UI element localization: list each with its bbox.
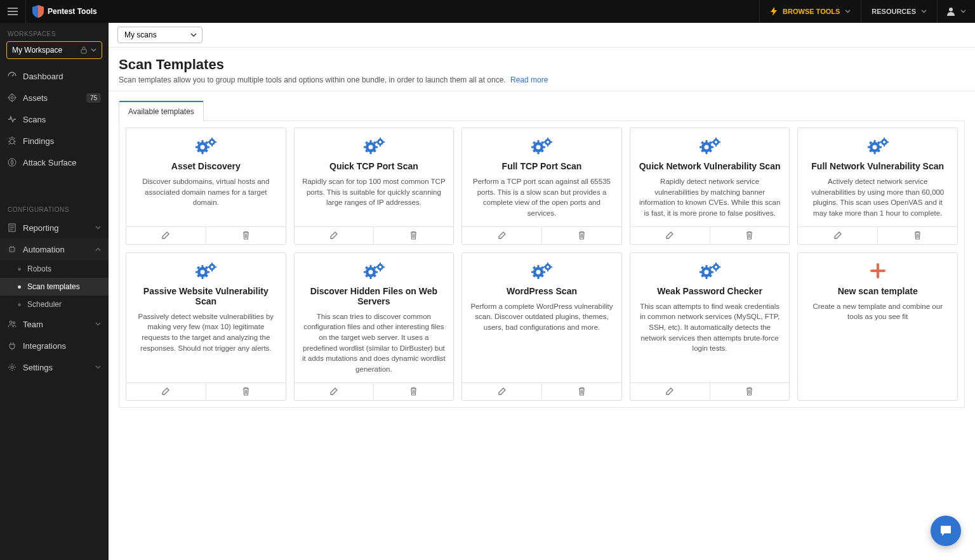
brand-logo[interactable]: Pentest Tools bbox=[26, 5, 97, 18]
sidebar-item-integrations[interactable]: Integrations bbox=[0, 335, 109, 356]
edit-template-button[interactable] bbox=[462, 227, 541, 244]
sidebar-item-label: Scans bbox=[23, 115, 46, 124]
svg-rect-106 bbox=[380, 270, 381, 271]
chat-button[interactable] bbox=[931, 516, 961, 546]
template-card[interactable]: Quick TCP Port ScanRapidly scan for top … bbox=[294, 127, 454, 245]
delete-template-button[interactable] bbox=[373, 227, 453, 244]
dot-icon bbox=[18, 268, 21, 271]
workspace-selector[interactable]: My Workspace bbox=[6, 41, 102, 59]
sidebar-subitem-robots[interactable]: Robots bbox=[0, 260, 109, 278]
template-card-actions bbox=[630, 226, 790, 244]
topbar: Pentest Tools BROWSE TOOLS RESOURCES bbox=[0, 0, 975, 23]
menu-toggle-button[interactable] bbox=[0, 0, 26, 23]
template-card[interactable]: WordPress ScanPerform a complete WordPre… bbox=[461, 252, 622, 401]
sidebar-item-reporting[interactable]: Reporting bbox=[0, 217, 109, 238]
delete-template-button[interactable] bbox=[710, 383, 790, 400]
sidebar-subitem-scan-templates[interactable]: Scan templates bbox=[0, 278, 109, 296]
dot-icon bbox=[18, 303, 21, 306]
gears-icon bbox=[699, 262, 720, 280]
sidebar-item-attack-surface[interactable]: Attack Surface bbox=[0, 152, 109, 173]
template-card[interactable]: Asset DiscoveryDiscover subdomains, virt… bbox=[126, 127, 286, 245]
new-template-card[interactable]: New scan templateCreate a new template a… bbox=[797, 252, 958, 401]
edit-template-button[interactable] bbox=[630, 227, 710, 244]
svg-rect-81 bbox=[202, 265, 204, 268]
delete-template-button[interactable] bbox=[877, 227, 957, 244]
svg-rect-111 bbox=[531, 271, 534, 273]
scope-select[interactable]: My scans bbox=[117, 27, 202, 43]
svg-rect-80 bbox=[887, 141, 889, 143]
edit-template-button[interactable] bbox=[295, 227, 374, 244]
svg-point-0 bbox=[949, 8, 953, 11]
template-description: Passively detect website vulnerabilities… bbox=[134, 311, 278, 354]
template-title: New scan template bbox=[838, 286, 918, 296]
svg-rect-121 bbox=[543, 266, 545, 268]
chevron-down-icon bbox=[95, 365, 101, 369]
user-menu-button[interactable] bbox=[937, 0, 975, 23]
sidebar-item-automation[interactable]: Automation bbox=[0, 238, 109, 260]
delete-template-button[interactable] bbox=[541, 383, 621, 400]
template-description: This scan tries to discover common confi… bbox=[302, 311, 446, 375]
sidebar-subitem-scheduler[interactable]: Scheduler bbox=[0, 296, 109, 313]
read-more-link[interactable]: Read more bbox=[510, 75, 548, 84]
template-card[interactable]: Quick Network Vulnerability ScanRapidly … bbox=[630, 127, 790, 245]
svg-rect-108 bbox=[383, 266, 385, 268]
edit-icon bbox=[161, 231, 170, 240]
svg-rect-92 bbox=[211, 270, 213, 271]
template-card-actions bbox=[295, 226, 454, 244]
tab-available-templates[interactable]: Available templates bbox=[119, 101, 204, 121]
sidebar-item-settings[interactable]: Settings bbox=[0, 356, 109, 378]
svg-rect-95 bbox=[369, 265, 371, 268]
delete-template-button[interactable] bbox=[710, 227, 790, 244]
gears-icon bbox=[363, 262, 385, 280]
page-title: Scan Templates bbox=[119, 56, 965, 73]
edit-template-button[interactable] bbox=[798, 227, 877, 244]
sidebar-item-scans[interactable]: Scans bbox=[0, 108, 109, 130]
svg-rect-107 bbox=[376, 266, 378, 268]
edit-icon bbox=[329, 231, 338, 240]
template-description: Rapidly scan for top 100 most common TCP… bbox=[302, 176, 446, 208]
delete-template-button[interactable] bbox=[373, 383, 453, 400]
svg-rect-110 bbox=[538, 277, 540, 279]
template-card[interactable]: Full Network Vulnerability ScanActively … bbox=[797, 127, 958, 245]
gears-icon bbox=[699, 137, 720, 155]
svg-rect-50 bbox=[547, 145, 548, 147]
sidebar-item-findings[interactable]: Findings bbox=[0, 130, 109, 152]
workspaces-section-label: WORKSPACES bbox=[0, 23, 109, 41]
resources-button[interactable]: RESOURCES bbox=[861, 0, 937, 23]
template-title: Full TCP Port Scan bbox=[502, 161, 582, 171]
sidebar-item-dashboard[interactable]: Dashboard bbox=[0, 65, 109, 87]
svg-rect-40 bbox=[538, 152, 540, 154]
edit-template-button[interactable] bbox=[126, 227, 206, 244]
sidebar-item-label: Team bbox=[23, 320, 43, 329]
svg-point-62 bbox=[715, 141, 717, 143]
delete-template-button[interactable] bbox=[206, 227, 286, 244]
svg-rect-134 bbox=[715, 270, 717, 271]
template-card[interactable]: Full TCP Port ScanPerform a TCP port sca… bbox=[461, 127, 622, 245]
bug-icon bbox=[8, 136, 17, 145]
svg-rect-70 bbox=[879, 147, 882, 148]
user-icon bbox=[946, 7, 955, 16]
edit-template-button[interactable] bbox=[630, 383, 710, 400]
svg-rect-120 bbox=[547, 270, 548, 271]
browse-tools-button[interactable]: BROWSE TOOLS bbox=[759, 0, 861, 23]
svg-rect-35 bbox=[380, 138, 381, 140]
template-title: Asset Discovery bbox=[171, 161, 241, 171]
edit-template-button[interactable] bbox=[462, 383, 541, 400]
svg-rect-11 bbox=[202, 140, 204, 143]
delete-template-button[interactable] bbox=[541, 227, 621, 244]
template-card[interactable]: Weak Password CheckerThis scan attempts … bbox=[630, 252, 790, 401]
template-card[interactable]: Discover Hidden Files on Web ServersThis… bbox=[294, 252, 454, 401]
sidebar-item-assets[interactable]: Assets 75 bbox=[0, 87, 109, 108]
svg-rect-54 bbox=[706, 152, 708, 154]
edit-template-button[interactable] bbox=[126, 383, 206, 400]
svg-rect-122 bbox=[550, 266, 552, 268]
trash-icon bbox=[409, 231, 418, 240]
sidebar-item-label: Findings bbox=[23, 136, 54, 146]
brand-name: Pentest Tools bbox=[48, 8, 97, 15]
delete-template-button[interactable] bbox=[206, 383, 286, 400]
template-card-actions bbox=[126, 226, 286, 244]
edit-template-button[interactable] bbox=[295, 383, 374, 400]
template-card[interactable]: Passive Website Vulnerability ScanPassiv… bbox=[126, 252, 286, 401]
gears-icon bbox=[363, 137, 385, 155]
sidebar-item-team[interactable]: Team bbox=[0, 313, 109, 335]
